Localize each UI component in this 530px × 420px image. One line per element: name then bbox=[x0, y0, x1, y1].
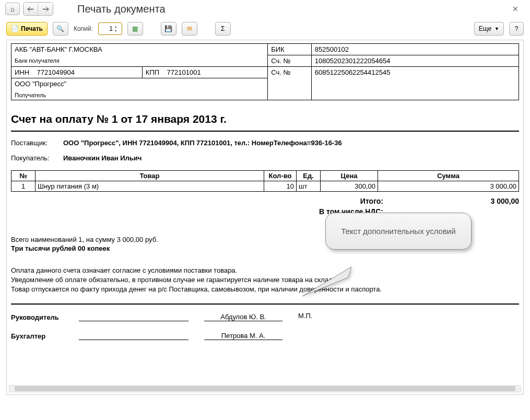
window-header: ⌂ 🡠 🡢 Печать документа ✕ bbox=[0, 0, 530, 18]
scrollbar-thumb[interactable] bbox=[15, 386, 515, 391]
bik-value: 852500102 bbox=[311, 44, 519, 55]
copies-field[interactable]: ▲▼ bbox=[98, 22, 122, 35]
bik-label: БИК bbox=[268, 44, 312, 55]
bank-acct-label: Сч. № bbox=[268, 55, 312, 67]
forward-button[interactable]: 🡢 bbox=[38, 3, 53, 15]
print-button[interactable]: 📄 Печать bbox=[6, 22, 48, 36]
floppy-icon: 💾 bbox=[164, 25, 172, 32]
director-label: Руководитель bbox=[11, 313, 79, 321]
bank-acct-value: 10805202301222054654 bbox=[311, 55, 519, 67]
title-divider bbox=[11, 131, 519, 132]
recipient-acct-value: 60851225062254412545 bbox=[311, 67, 519, 100]
kpp-label: КПП bbox=[146, 68, 159, 76]
copies-label: Копий: bbox=[74, 25, 93, 32]
condition-line: Товар отпускается по факту прихода денег… bbox=[11, 285, 519, 294]
org-name: ООО "Прогресс" bbox=[15, 80, 264, 88]
preview-button[interactable]: 🔍 bbox=[53, 22, 68, 36]
document-title: Счет на оплату № 1 от 17 января 2013 г. bbox=[11, 113, 519, 125]
save-button[interactable]: 💾 bbox=[161, 22, 176, 36]
condition-line: Оплата данного счета означает согласие с… bbox=[11, 266, 519, 275]
itogo-label: Итого: bbox=[248, 197, 383, 205]
stamp-label: М.П. bbox=[298, 312, 312, 320]
help-button[interactable]: ? bbox=[509, 22, 524, 36]
copies-spinner[interactable]: ▲▼ bbox=[114, 25, 121, 33]
close-button[interactable]: ✕ bbox=[512, 5, 519, 13]
buyer-value: Иваночкин Иван Ильич bbox=[63, 154, 142, 162]
more-menu-button[interactable]: Еще ▼ bbox=[474, 22, 504, 36]
preview-icon: 🔍 bbox=[56, 25, 64, 32]
inn-label: ИНН bbox=[15, 68, 29, 76]
grid-plus-icon: ▦ bbox=[132, 25, 138, 32]
home-button[interactable]: ⌂ bbox=[5, 3, 20, 15]
bank-recipient-label: Банк получателя bbox=[15, 57, 264, 64]
itogo-value: 3 000,00 bbox=[383, 197, 519, 205]
supplier-label: Поставщик: bbox=[11, 139, 63, 147]
template-button[interactable]: ▦ bbox=[127, 22, 143, 36]
toolbar: 📄 Печать 🔍 Копий: ▲▼ ▦ 💾 ✉ Σ Еще ▼ ? bbox=[0, 18, 530, 40]
email-button[interactable]: ✉ bbox=[182, 22, 197, 36]
print-icon: 📄 bbox=[11, 25, 19, 32]
kpp-value: 772101001 bbox=[167, 68, 201, 76]
director-name: Абдулов Ю. В. bbox=[204, 313, 282, 321]
bank-name: АКБ "АВТ-БАНК" Г.МОСКВА bbox=[15, 45, 264, 53]
callout-tail-icon bbox=[299, 265, 362, 307]
recipient-acct-label: Сч. № bbox=[268, 67, 312, 100]
accountant-label: Бухгалтер bbox=[11, 332, 79, 340]
table-row: 1 Шнур питания (3 м) 10 шт 300,00 3 000,… bbox=[11, 181, 519, 192]
window-title: Печать документа bbox=[77, 3, 166, 15]
accountant-signature-row: Бухгалтер Петрова М. А. bbox=[11, 332, 519, 340]
inn-value: 7721049904 bbox=[37, 68, 75, 76]
accountant-sign-line bbox=[79, 340, 189, 340]
director-sign-line bbox=[79, 321, 189, 321]
items-table: № Товар Кол-во Ед. Цена Сумма 1 Шнур пит… bbox=[11, 170, 519, 192]
accountant-name: Петрова М. А. bbox=[204, 332, 282, 340]
callout-annotation: Текст дополнительных условий bbox=[325, 213, 472, 250]
conditions-block: Оплата данного счета означает согласие с… bbox=[11, 266, 519, 294]
chevron-down-icon: ▼ bbox=[494, 26, 499, 31]
items-header-row: № Товар Кол-во Ед. Цена Сумма bbox=[11, 171, 519, 181]
back-button[interactable]: 🡠 bbox=[23, 3, 38, 15]
horizontal-scrollbar[interactable] bbox=[9, 385, 521, 392]
supplier-value: ООО "Прогресс", ИНН 7721049904, КПП 7721… bbox=[63, 139, 342, 147]
signatures-divider bbox=[11, 304, 519, 305]
director-signature-row: Руководитель Абдулов Ю. В. М.П. bbox=[11, 312, 519, 321]
sigma-icon: Σ bbox=[221, 25, 225, 32]
bank-details-table: АКБ "АВТ-БАНК" Г.МОСКВА Банк получателя … bbox=[11, 43, 519, 100]
envelope-icon: ✉ bbox=[187, 25, 192, 32]
document-area: АКБ "АВТ-БАНК" Г.МОСКВА Банк получателя … bbox=[6, 40, 524, 395]
sum-button[interactable]: Σ bbox=[215, 22, 231, 36]
recipient-label: Получатель bbox=[15, 92, 264, 98]
buyer-label: Покупатель: bbox=[11, 154, 63, 162]
condition-line: Уведомление об оплате обязательно, в про… bbox=[11, 275, 519, 285]
copies-input[interactable] bbox=[99, 25, 114, 33]
